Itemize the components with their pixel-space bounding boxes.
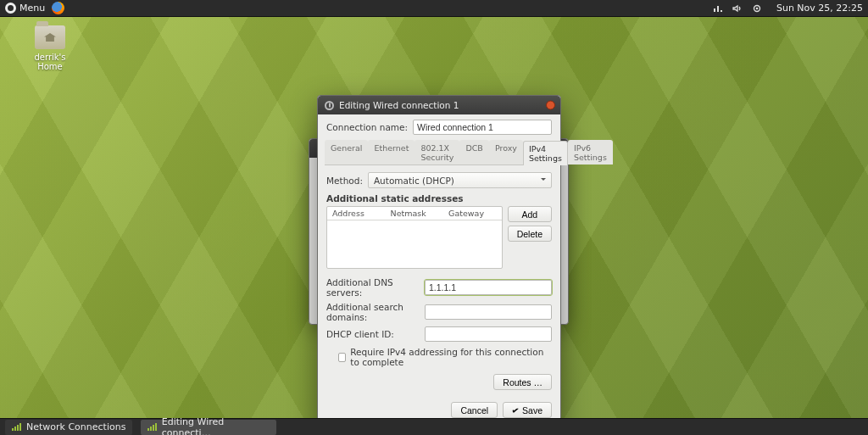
col-netmask: Netmask [386, 207, 444, 220]
cancel-button[interactable]: Cancel [451, 402, 498, 418]
tab-bar: General Ethernet 802.1X Security DCB Pro… [325, 140, 554, 165]
method-label: Method: [326, 176, 363, 186]
require-ipv4-label: Require IPv4 addressing for this connect… [350, 347, 552, 367]
tab-proxy[interactable]: Proxy [489, 140, 523, 165]
bottom-panel: Network Connections Editing Wired connec… [0, 418, 868, 435]
clock[interactable]: Sun Nov 25, 22:25 [776, 3, 863, 14]
network-tray-icon[interactable] [713, 3, 724, 14]
require-ipv4-checkbox[interactable] [338, 353, 346, 362]
dhcp-client-id-label: DHCP client ID: [326, 329, 421, 339]
delete-address-button[interactable]: Delete [508, 226, 552, 242]
network-icon [12, 423, 22, 431]
add-address-button[interactable]: Add [508, 206, 552, 222]
tab-ethernet[interactable]: Ethernet [368, 140, 415, 165]
home-folder-desktop-icon[interactable]: derrik's Home [24, 25, 76, 71]
network-icon [147, 423, 157, 431]
connection-name-label: Connection name: [326, 122, 408, 132]
dns-input[interactable] [425, 280, 552, 295]
dhcp-client-id-input[interactable] [425, 326, 552, 342]
settings-tray-icon[interactable] [752, 3, 763, 14]
system-tray: Sun Nov 25, 22:25 [713, 3, 863, 14]
addresses-section-title: Additional static addresses [326, 193, 552, 204]
address-table[interactable]: Address Netmask Gateway [326, 206, 503, 269]
svg-point-1 [756, 7, 759, 9]
top-panel: Menu Sun Nov 25, 22:25 [0, 0, 868, 17]
task-network-connections[interactable]: Network Connections [5, 420, 132, 435]
close-button[interactable] [546, 101, 555, 110]
volume-tray-icon[interactable] [732, 3, 743, 14]
task-editing-connection[interactable]: Editing Wired connecti… [141, 420, 276, 435]
task-label-2: Editing Wired connecti… [162, 416, 270, 436]
method-dropdown[interactable]: Automatic (DHCP) [368, 172, 552, 188]
save-button[interactable]: ✔ Save [503, 402, 552, 418]
save-label: Save [522, 405, 542, 415]
search-domains-label: Additional search domains: [326, 302, 421, 322]
edit-connection-dialog: Editing Wired connection 1 Connection na… [317, 95, 561, 427]
home-folder-label: derrik's Home [24, 53, 76, 71]
routes-button[interactable]: Routes … [493, 374, 552, 390]
dialog-titlebar[interactable]: Editing Wired connection 1 [318, 96, 560, 114]
col-gateway: Gateway [443, 207, 502, 220]
tab-ipv4[interactable]: IPv4 Settings [523, 141, 568, 165]
check-icon: ✔ [511, 404, 520, 415]
dialog-title: Editing Wired connection 1 [339, 100, 459, 110]
dialog-app-icon [325, 101, 334, 110]
method-value: Automatic (DHCP) [374, 176, 454, 186]
tab-general[interactable]: General [325, 140, 368, 165]
folder-icon [35, 25, 65, 49]
tab-ipv6[interactable]: IPv6 Settings [568, 140, 613, 165]
col-address: Address [327, 207, 386, 220]
tab-dcb[interactable]: DCB [459, 140, 488, 165]
menu-button[interactable]: Menu [5, 3, 45, 14]
task-label-1: Network Connections [26, 421, 125, 432]
connection-name-input[interactable] [413, 120, 552, 135]
dns-label: Additional DNS servers: [326, 277, 421, 298]
search-domains-input[interactable] [425, 304, 552, 320]
tab-8021x[interactable]: 802.1X Security [415, 140, 459, 165]
distro-logo-icon [5, 3, 16, 14]
menu-label: Menu [19, 3, 45, 14]
firefox-launcher-icon[interactable] [52, 2, 64, 14]
